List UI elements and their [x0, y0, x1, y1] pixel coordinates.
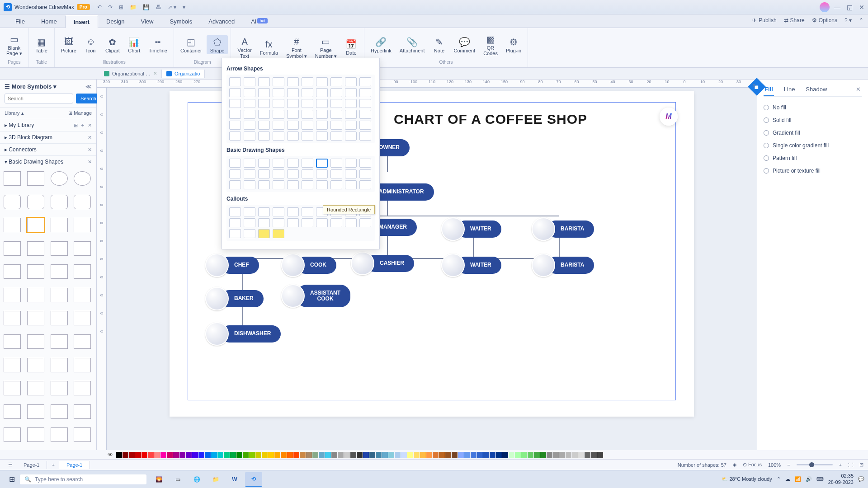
- color-swatch[interactable]: [452, 452, 458, 458]
- section-3dblock[interactable]: ▸ 3D Block Diagram: [5, 134, 52, 141]
- color-swatch[interactable]: [578, 452, 584, 458]
- dropdown-shape-item[interactable]: [330, 110, 342, 119]
- color-swatch[interactable]: [287, 452, 293, 458]
- color-swatch[interactable]: [559, 452, 565, 458]
- color-swatch[interactable]: [597, 452, 603, 458]
- ribbon-icon[interactable]: ☺Icon: [81, 35, 101, 54]
- ribbon-date[interactable]: 📅Date: [341, 38, 361, 56]
- dropdown-shape-item[interactable]: [316, 180, 328, 189]
- dropdown-shape-item[interactable]: [244, 180, 255, 189]
- shape-palette-item[interactable]: [51, 334, 68, 349]
- shape-palette-item[interactable]: [51, 404, 68, 419]
- color-swatch[interactable]: [281, 452, 287, 458]
- symbol-search-input[interactable]: [5, 94, 73, 103]
- fill-option[interactable]: Pattern fill: [764, 152, 862, 164]
- dropdown-shape-item[interactable]: [273, 218, 284, 227]
- dropdown-shape-item[interactable]: [287, 88, 299, 97]
- dropdown-shape-item[interactable]: [345, 110, 357, 119]
- dropdown-shape-item[interactable]: [229, 88, 241, 97]
- export-icon[interactable]: ↗ ▾: [168, 4, 176, 10]
- dropdown-shape-item[interactable]: [345, 77, 357, 86]
- section-basicshapes[interactable]: ▾ Basic Drawing Shapes: [5, 159, 63, 165]
- add-icon[interactable]: +: [81, 122, 84, 128]
- shape-palette-item[interactable]: [74, 381, 91, 395]
- fill-option[interactable]: Picture or texture fill: [764, 164, 862, 177]
- shape-palette-item[interactable]: [51, 358, 68, 372]
- shape-palette-item[interactable]: [51, 288, 68, 302]
- dropdown-shape-item[interactable]: [345, 159, 357, 168]
- save-icon[interactable]: 💾: [143, 4, 150, 10]
- shape-palette-item[interactable]: [4, 311, 21, 325]
- taskbar-edge[interactable]: 🌐: [188, 472, 205, 487]
- fill-tab[interactable]: Fill: [764, 83, 774, 96]
- color-swatch[interactable]: [123, 452, 128, 458]
- color-swatch[interactable]: [521, 452, 527, 458]
- dropdown-shape-item[interactable]: [359, 131, 371, 141]
- shape-palette-item[interactable]: [51, 264, 68, 279]
- menu-view[interactable]: View: [133, 15, 162, 28]
- dropdown-shape-item[interactable]: [287, 159, 299, 168]
- tray-notifications-icon[interactable]: 💬: [858, 476, 864, 482]
- shape-palette-item[interactable]: [4, 381, 21, 395]
- color-swatch[interactable]: [376, 452, 382, 458]
- dropdown-shape-item[interactable]: [244, 88, 255, 97]
- dropdown-shape-item[interactable]: [302, 88, 313, 97]
- color-swatch[interactable]: [243, 452, 249, 458]
- dropdown-shape-item[interactable]: [287, 77, 299, 86]
- dropdown-shape-item[interactable]: [244, 218, 255, 227]
- taskbar-search[interactable]: 🔍 Type here to search: [20, 474, 146, 484]
- fill-option[interactable]: Single color gradient fill: [764, 139, 862, 152]
- color-swatch[interactable]: [369, 452, 375, 458]
- color-swatch[interactable]: [224, 452, 230, 458]
- dropdown-shape-item[interactable]: [302, 110, 313, 119]
- color-swatch[interactable]: [116, 452, 122, 458]
- dropdown-shape-item[interactable]: [316, 131, 328, 141]
- dropdown-shape-item[interactable]: [244, 229, 255, 238]
- org-node-waiter[interactable]: WAITER: [441, 217, 501, 241]
- menu-home[interactable]: Home: [33, 15, 65, 28]
- shape-palette-item[interactable]: [51, 171, 68, 186]
- color-swatch[interactable]: [148, 452, 154, 458]
- close-tab-icon[interactable]: ✕: [153, 71, 157, 76]
- dropdown-shape-item[interactable]: [244, 159, 255, 168]
- org-node-baker[interactable]: BAKER: [205, 287, 264, 310]
- dropdown-shape-item[interactable]: [330, 169, 342, 178]
- dropdown-shape-item[interactable]: [316, 99, 328, 108]
- dropdown-shape-item[interactable]: [359, 169, 371, 178]
- dropdown-shape-item[interactable]: [302, 131, 313, 141]
- dropdown-shape-item[interactable]: [330, 88, 342, 97]
- section-mylibrary[interactable]: ▸ My Library: [5, 122, 34, 128]
- zoom-in-icon[interactable]: +: [839, 462, 842, 468]
- dropdown-shape-item[interactable]: [330, 180, 342, 189]
- dropdown-shape-item[interactable]: [273, 169, 284, 178]
- shape-palette-item[interactable]: [51, 241, 68, 256]
- color-swatch[interactable]: [230, 452, 236, 458]
- dropdown-shape-item[interactable]: [316, 121, 328, 130]
- color-swatch[interactable]: [483, 452, 489, 458]
- color-swatch[interactable]: [591, 452, 597, 458]
- shape-palette-item[interactable]: [4, 404, 21, 419]
- color-swatch[interactable]: [135, 452, 141, 458]
- minimize-icon[interactable]: ―: [834, 4, 840, 11]
- fullscreen-icon[interactable]: ⊡: [859, 462, 863, 468]
- dropdown-shape-item[interactable]: [345, 218, 357, 227]
- close-icon[interactable]: ✕: [859, 4, 864, 11]
- dropdown-shape-item[interactable]: [258, 159, 270, 168]
- page-tab-1[interactable]: Page-1: [59, 461, 90, 469]
- dropdown-shape-item[interactable]: [359, 77, 371, 86]
- shape-palette-item[interactable]: [27, 288, 44, 302]
- shape-palette-item[interactable]: [27, 404, 44, 419]
- tray-wifi-icon[interactable]: 📶: [795, 476, 801, 482]
- fill-option[interactable]: Gradient fill: [764, 127, 862, 139]
- shape-palette-item[interactable]: [74, 264, 91, 279]
- dropdown-shape-item[interactable]: [345, 169, 357, 178]
- color-swatch[interactable]: [167, 452, 173, 458]
- color-swatch[interactable]: [331, 452, 337, 458]
- shape-palette-item[interactable]: [27, 195, 44, 209]
- tray-chevron-icon[interactable]: ⌃: [777, 476, 781, 482]
- dropdown-shape-item[interactable]: [273, 207, 284, 216]
- dropdown-shape-item[interactable]: [302, 169, 313, 178]
- ribbon-note[interactable]: ✎Note: [429, 35, 449, 54]
- color-swatch[interactable]: [420, 452, 426, 458]
- color-swatch[interactable]: [502, 452, 508, 458]
